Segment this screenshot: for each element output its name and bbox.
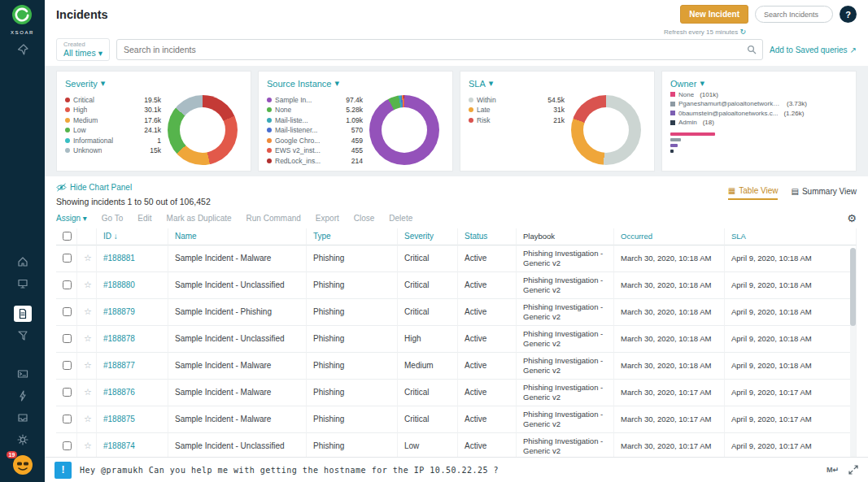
star-icon[interactable]: ☆ bbox=[84, 441, 92, 451]
column-header-type[interactable]: Type bbox=[307, 228, 398, 245]
terminal-icon[interactable] bbox=[14, 366, 32, 382]
column-header-name[interactable]: Name bbox=[168, 228, 307, 245]
star-icon[interactable]: ☆ bbox=[84, 280, 92, 290]
toolbar-assign-button[interactable]: Assign ▾ bbox=[56, 214, 87, 223]
row-checkbox[interactable] bbox=[63, 280, 72, 289]
column-header-status[interactable]: Status bbox=[458, 228, 517, 245]
owner-bar-chart[interactable] bbox=[670, 132, 848, 153]
row-checkbox[interactable] bbox=[63, 334, 72, 343]
star-icon[interactable]: ☆ bbox=[84, 253, 92, 263]
filters-icon[interactable] bbox=[14, 328, 32, 344]
command-prefix-button[interactable]: ! bbox=[55, 462, 72, 479]
toolbar-edit-button[interactable]: Edit bbox=[137, 214, 151, 223]
expand-icon[interactable] bbox=[848, 465, 858, 475]
star-icon[interactable]: ☆ bbox=[84, 387, 92, 397]
legend-item-google-chro[interactable]: Google Chro...459 bbox=[267, 137, 363, 145]
markdown-toggle-icon[interactable]: M↵ bbox=[827, 466, 839, 474]
legend-item-critical[interactable]: Critical19.5k bbox=[65, 96, 161, 104]
table-row[interactable]: ☆#188877Sample Incident - MalwarePhishin… bbox=[56, 353, 857, 380]
table-row[interactable]: ☆#188874Sample Incident - UnclassifiedPh… bbox=[56, 433, 857, 457]
hide-chart-panel-link[interactable]: Hide Chart Panel bbox=[56, 183, 211, 192]
sla-donut-chart[interactable] bbox=[571, 95, 641, 165]
xsoar-logo[interactable]: XSOAR bbox=[11, 4, 34, 35]
star-icon[interactable]: ☆ bbox=[84, 306, 92, 317]
pin-icon[interactable] bbox=[14, 41, 32, 58]
sla-filter-dropdown[interactable]: SLA ▾ bbox=[469, 78, 646, 89]
column-header-sla[interactable]: SLA bbox=[725, 228, 857, 245]
toolbar-run-command-button[interactable]: Run Command bbox=[246, 214, 301, 223]
legend-item-within[interactable]: Within54.5k bbox=[469, 96, 565, 104]
legend-item-mail-liste[interactable]: Mail-liste...1.09k bbox=[267, 116, 363, 124]
incidents-icon[interactable] bbox=[14, 306, 32, 322]
command-input[interactable]: Hey @pramukh Can you help me with gettin… bbox=[80, 466, 499, 475]
column-header-occurred[interactable]: Occurred bbox=[614, 228, 725, 245]
legend-item-risk[interactable]: Risk21k bbox=[469, 116, 565, 124]
summary-view-tab[interactable]: ▤ Summary View bbox=[791, 186, 857, 200]
user-avatar[interactable]: 19 bbox=[12, 454, 33, 475]
table-row[interactable]: ☆#188875Sample Incident - MalwarePhishin… bbox=[56, 406, 857, 433]
table-row[interactable]: ☆#188880Sample Incident - UnclassifiedPh… bbox=[56, 272, 857, 299]
legend-item-low[interactable]: Low24.1k bbox=[65, 126, 161, 134]
new-incident-button[interactable]: New Incident bbox=[680, 5, 748, 24]
scrollbar-thumb[interactable] bbox=[850, 248, 856, 326]
created-time-filter[interactable]: Created All times ▾ bbox=[56, 38, 110, 61]
incident-id-link[interactable]: #188879 bbox=[103, 307, 135, 316]
toolbar-delete-button[interactable]: Delete bbox=[389, 214, 412, 223]
inbox-icon[interactable] bbox=[14, 410, 32, 426]
table-view-tab[interactable]: ▦ Table View bbox=[728, 186, 779, 200]
star-icon[interactable]: ☆ bbox=[84, 414, 92, 424]
row-checkbox[interactable] bbox=[63, 254, 72, 263]
legend-item-pganeshamurt-paloaltonetworks-c[interactable]: Pganeshamurt@paloaltonetworks.c...(3.73k… bbox=[670, 100, 848, 107]
toolbar-mark-as-duplicate-button[interactable]: Mark as Duplicate bbox=[167, 214, 232, 223]
severity-filter-dropdown[interactable]: Severity ▾ bbox=[65, 78, 242, 89]
star-icon[interactable]: ☆ bbox=[84, 360, 92, 371]
column-header-id[interactable]: ID ↓ bbox=[97, 228, 168, 245]
home-icon[interactable] bbox=[14, 254, 32, 270]
row-checkbox[interactable] bbox=[63, 361, 72, 370]
row-checkbox[interactable] bbox=[63, 441, 72, 450]
legend-item-redlock-ins[interactable]: RedLock_ins...214 bbox=[267, 157, 363, 165]
column-header-playbook[interactable]: Playbook bbox=[517, 228, 614, 245]
legend-item-none[interactable]: None5.28k bbox=[267, 106, 363, 114]
legend-item-late[interactable]: Late31k bbox=[469, 106, 565, 114]
incident-id-link[interactable]: #188878 bbox=[103, 334, 135, 343]
toolbar-go-to-button[interactable]: Go To bbox=[102, 214, 124, 223]
incident-id-link[interactable]: #188874 bbox=[103, 441, 135, 450]
toolbar-export-button[interactable]: Export bbox=[316, 214, 339, 223]
row-checkbox[interactable] bbox=[63, 415, 72, 423]
legend-item-high[interactable]: High30.1k bbox=[65, 106, 161, 114]
incident-id-link[interactable]: #188875 bbox=[103, 415, 135, 423]
table-scrollbar[interactable] bbox=[850, 248, 856, 457]
table-settings-gear-icon[interactable]: ⚙ bbox=[847, 213, 857, 224]
add-saved-queries-link[interactable]: Add to Saved queries ↗ bbox=[770, 46, 857, 54]
legend-item-medium[interactable]: Medium17.6k bbox=[65, 116, 161, 124]
search-in-incidents-input[interactable] bbox=[116, 39, 763, 60]
select-all-checkbox[interactable] bbox=[63, 232, 72, 241]
incident-id-link[interactable]: #188877 bbox=[103, 361, 135, 370]
automation-icon[interactable] bbox=[14, 388, 32, 404]
source-instance-filter-dropdown[interactable]: Source Instance ▾ bbox=[267, 78, 444, 89]
refresh-interval-control[interactable]: Refresh every 15 minutes ↻ bbox=[664, 28, 746, 36]
column-header-severity[interactable]: Severity bbox=[398, 228, 458, 245]
legend-item-mail-listener[interactable]: Mail-listener...570 bbox=[267, 126, 363, 134]
legend-item-unknown[interactable]: Unknown15k bbox=[65, 146, 161, 154]
owner-filter-dropdown[interactable]: Owner ▾ bbox=[670, 78, 848, 89]
incident-id-link[interactable]: #188880 bbox=[103, 280, 135, 289]
incident-id-link[interactable]: #188876 bbox=[103, 388, 135, 397]
search-incidents-input[interactable] bbox=[755, 6, 833, 23]
row-checkbox[interactable] bbox=[63, 307, 72, 316]
search-icon[interactable] bbox=[747, 45, 757, 54]
table-row[interactable]: ☆#188879Sample Incident - PhishingPhishi… bbox=[56, 299, 857, 326]
legend-item-sample-in[interactable]: Sample In...97.4k bbox=[267, 96, 363, 104]
legend-item-0baumstein-paloaltonetworks-c[interactable]: 0baumstein@paloaltonetworks.c...(1.26k) bbox=[670, 110, 848, 117]
dashboards-icon[interactable] bbox=[14, 276, 32, 292]
severity-donut-chart[interactable] bbox=[168, 95, 238, 165]
legend-item-ews-v2-inst[interactable]: EWS v2_inst...455 bbox=[267, 146, 363, 154]
star-icon[interactable]: ☆ bbox=[84, 333, 92, 344]
table-row[interactable]: ☆#188878Sample Incident - UnclassifiedPh… bbox=[56, 326, 857, 353]
settings-icon[interactable] bbox=[14, 432, 32, 448]
source-instance-donut-chart[interactable] bbox=[369, 95, 439, 165]
toolbar-close-button[interactable]: Close bbox=[354, 214, 375, 223]
legend-item-informational[interactable]: Informational1 bbox=[65, 137, 161, 145]
help-button[interactable]: ? bbox=[840, 6, 857, 23]
